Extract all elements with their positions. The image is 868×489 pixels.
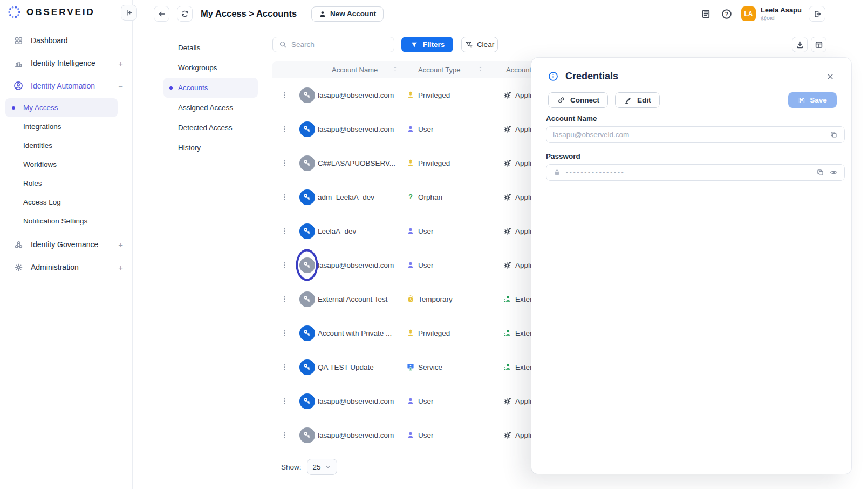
sidebar-subitem-notification-settings[interactable]: Notification Settings (5, 212, 118, 230)
sidebar-item-dashboard[interactable]: Dashboard (0, 29, 133, 52)
key-disconnected-icon[interactable] (299, 427, 315, 443)
user-icon (406, 431, 415, 439)
row-key-cell (296, 325, 318, 341)
service-icon (406, 363, 415, 371)
account-type-label: Temporary (418, 295, 453, 303)
user-icon (406, 125, 415, 133)
account-name: Account with Private ... (318, 329, 406, 337)
row-menu-button[interactable] (272, 261, 296, 269)
save-button[interactable]: Save (788, 92, 837, 108)
column-account-name[interactable]: Account Name (318, 61, 406, 78)
credentials-panel: Credentials Connect Edit Save Account Na… (531, 58, 851, 474)
avatar[interactable]: LA (741, 6, 756, 21)
page-size-select[interactable]: 25 (307, 459, 337, 475)
tab-history[interactable]: History (163, 138, 258, 158)
key-connected-icon[interactable] (299, 359, 315, 375)
columns-settings-button[interactable] (811, 37, 826, 52)
dots-icon (280, 227, 289, 235)
sidebar-subitem-my-access[interactable]: My Access (5, 98, 118, 117)
row-menu-button[interactable] (272, 363, 296, 371)
tab-workgroups[interactable]: Workgroups (163, 58, 258, 78)
application-icon (503, 397, 512, 405)
row-menu-button[interactable] (272, 91, 296, 99)
key-connected-icon[interactable] (299, 189, 315, 205)
sidebar-subitem-access-log[interactable]: Access Log (5, 193, 118, 212)
row-menu-button[interactable] (272, 431, 296, 439)
row-menu-button[interactable] (272, 397, 296, 405)
key-connected-icon[interactable] (299, 223, 315, 239)
user-icon (406, 261, 415, 269)
key-disconnected-icon[interactable] (299, 87, 315, 103)
row-menu-button[interactable] (272, 193, 296, 201)
account-type-label: Orphan (418, 193, 442, 201)
sidebar-subitem-workflows[interactable]: Workflows (5, 155, 118, 174)
refresh-button[interactable] (177, 6, 193, 22)
copy-icon[interactable] (829, 131, 838, 139)
tab-details[interactable]: Details (163, 38, 258, 58)
sidebar-subitem-roles[interactable]: Roles (5, 174, 118, 193)
export-button[interactable] (792, 37, 808, 52)
expand-toggle-icon[interactable]: + (118, 241, 123, 249)
row-menu-button[interactable] (272, 329, 296, 337)
key-connected-icon[interactable] (299, 121, 315, 137)
sidebar-subitem-identities[interactable]: Identities (5, 136, 118, 155)
expand-toggle-icon[interactable]: + (118, 263, 123, 271)
tab-label: History (178, 144, 201, 152)
eye-icon[interactable] (829, 168, 838, 177)
row-menu-button[interactable] (272, 227, 296, 235)
tab-assigned-access[interactable]: Assigned Access (163, 98, 258, 118)
row-menu-button[interactable] (272, 125, 296, 133)
filters-label: Filters (423, 40, 445, 49)
row-menu-button[interactable] (272, 295, 296, 303)
password-label: Password (546, 152, 580, 160)
key-connected-icon[interactable] (299, 325, 315, 341)
sidebar-item-identity-automation[interactable]: Identity Automation − (0, 74, 133, 97)
filters-button[interactable]: Filters (401, 37, 453, 52)
help-button[interactable]: ? (720, 7, 734, 21)
link-icon (557, 96, 565, 105)
sidebar-item-identity-governance[interactable]: Identity Governance + (0, 233, 133, 256)
key-disconnected-icon[interactable] (299, 155, 315, 171)
new-account-button[interactable]: New Account (311, 6, 384, 22)
tab-detected-access[interactable]: Detected Access (163, 118, 258, 138)
help-icon: ? (721, 9, 732, 19)
user-icon (406, 397, 415, 405)
filter-clear-icon (465, 40, 474, 49)
close-icon (826, 72, 835, 81)
sidebar-item-label: Identity Automation (31, 82, 95, 90)
expand-toggle-icon[interactable]: + (118, 59, 123, 67)
key-connected-icon[interactable] (299, 393, 315, 409)
sidebar-subitem-label: Workflows (23, 160, 57, 168)
row-menu-button[interactable] (272, 159, 296, 167)
column-account-type[interactable]: Account Type (406, 61, 491, 78)
expand-toggle-icon[interactable]: − (118, 82, 123, 90)
search-input[interactable]: Search (272, 37, 394, 52)
release-notes-button[interactable] (699, 7, 713, 21)
sidebar-item-administration[interactable]: Administration + (0, 256, 133, 279)
account-name: lasapu@observeid.com (318, 397, 406, 405)
logout-button[interactable] (809, 6, 825, 22)
connect-button[interactable]: Connect (548, 92, 608, 108)
key-disconnected-icon[interactable] (299, 291, 315, 307)
tab-accounts[interactable]: Accounts (163, 78, 258, 98)
sidebar-subitem-integrations[interactable]: Integrations (5, 117, 118, 136)
row-key-cell (296, 87, 318, 103)
info-icon (548, 71, 558, 82)
back-button[interactable] (154, 6, 169, 22)
clear-filters-button[interactable]: Clear (461, 37, 498, 52)
sidebar-collapse-button[interactable] (121, 5, 137, 21)
key-disconnected-icon[interactable] (299, 257, 315, 273)
sidebar-item-identity-intelligence[interactable]: Identity Intelligence + (0, 52, 133, 74)
tab-label: Accounts (178, 84, 208, 92)
account-name-field[interactable]: lasapu@observeid.com (546, 126, 845, 143)
sidebar-item-label: Identity Intelligence (31, 59, 95, 67)
password-field[interactable]: •••••••••••••••• (546, 164, 845, 181)
external-icon (503, 329, 512, 337)
copy-icon[interactable] (816, 168, 824, 177)
brand-name: OBSERVEID (26, 7, 95, 18)
edit-button[interactable]: Edit (615, 92, 660, 108)
sidebar-subitem-label: Access Log (23, 198, 61, 206)
svg-text:?: ? (408, 193, 413, 201)
row-key-cell (296, 189, 318, 205)
close-panel-button[interactable] (825, 72, 835, 82)
